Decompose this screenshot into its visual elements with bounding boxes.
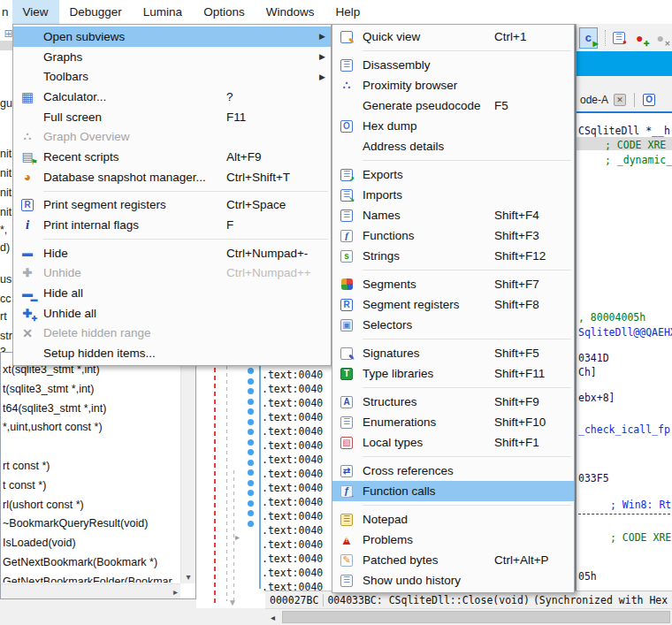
close-icon[interactable]: ✕ <box>614 94 626 106</box>
menu-item-cross-references[interactable]: ⇄Cross references <box>332 461 574 481</box>
menu-debugger[interactable]: Debugger <box>59 0 133 24</box>
function-list-item[interactable]: *,uint,ushort const *) <box>1 418 179 438</box>
function-list-item[interactable]: IsLoaded(void) <box>1 534 179 553</box>
function-list-item[interactable]: GetNextBookmarkFolder(Bookmar <box>1 573 179 583</box>
menu-item-label: Hex dump <box>363 119 494 133</box>
listing-line[interactable]: .text:0040 <box>262 495 323 509</box>
menu-item-function-calls[interactable]: ƒ→Function calls <box>332 481 574 501</box>
vertical-scrollbar[interactable]: ▾ <box>180 353 195 583</box>
menu-item-structures[interactable]: AStructuresShift+F9 <box>332 392 574 412</box>
tab-pseudocode[interactable]: ode-A <box>577 94 614 106</box>
function-list-item[interactable]: t(sqlite3_stmt *,int) <box>1 380 179 400</box>
listing-line[interactable]: .text:0040 <box>262 481 323 495</box>
clipped-text-fragment: cc <box>0 293 11 305</box>
listing-line[interactable]: .text:0040 <box>262 453 323 467</box>
menu-item-selectors[interactable]: ▣Selectors <box>332 315 574 335</box>
listing-line[interactable]: .text:0040 <box>262 382 323 396</box>
listing-line[interactable]: .text:0040 <box>262 523 323 537</box>
menu-item-label: Graphs <box>43 50 226 64</box>
toolbar-button-continue-icon[interactable]: c▶ <box>579 27 598 49</box>
scroll-left-icon[interactable]: ◂ <box>265 613 280 622</box>
menu-item-shortcut: Shift+F1 <box>494 436 560 449</box>
listing-line[interactable]: .text:0040 <box>262 552 323 566</box>
menu-item-proximity-browser[interactable]: ∴Proximity browser <box>332 75 574 95</box>
horizontal-scrollbar[interactable]: ▸ <box>1 583 180 598</box>
menu-item-functions[interactable]: fFunctionsShift+F3 <box>332 225 574 246</box>
scroll-right-icon[interactable]: ▸ <box>173 587 180 597</box>
listing-line[interactable]: .text:0040 <box>262 438 323 453</box>
menu-item-hide-all[interactable]: ▬▬Hide all <box>13 283 331 303</box>
function-list-item[interactable]: t const *) <box>1 476 179 496</box>
toolbar-button-add-breakpoint-icon[interactable]: ●✚ <box>630 27 649 49</box>
menu-item-label: Structures <box>363 395 494 408</box>
status-bar: 000027BC 004033BC: CSqliteDll::Close(voi… <box>265 591 672 608</box>
menu-item-graphs[interactable]: Graphs▶ <box>13 47 331 67</box>
menu-item-strings[interactable]: sStringsShift+F12 <box>332 246 574 266</box>
menu-item-database-snapshot-manager[interactable]: ◕Database snapshot manager...Ctrl+Shift+… <box>13 167 331 187</box>
menu-item-imports[interactable]: ☰↘Imports <box>332 185 574 205</box>
toolbar-button-delete-breakpoint-icon[interactable]: ●✕ <box>652 27 670 49</box>
menu-item-print-internal-flags[interactable]: iPrint internal flagsF <box>13 215 331 235</box>
function-list-item[interactable]: rt const *) <box>1 457 179 476</box>
menu-help[interactable]: Help <box>325 0 370 24</box>
menu-item-segment-registers[interactable]: RSegment registersShift+F8 <box>332 294 574 315</box>
function-list-item[interactable]: ~BookmarkQueryResult(void) <box>1 514 179 534</box>
listing-line[interactable]: .text:0040 <box>262 566 323 580</box>
listing-line[interactable]: .text:0040 <box>262 537 323 552</box>
function-list-item[interactable]: GetNextBookmark(Bookmark *) <box>1 553 179 573</box>
menu-item-quick-view[interactable]: ✎Quick viewCtrl+1 <box>332 27 574 47</box>
listing-line[interactable]: .text:0040 <box>262 368 323 382</box>
menu-item-signatures[interactable]: ✎SignaturesShift+F5 <box>332 343 574 363</box>
menu-item-type-libraries[interactable]: TType librariesShift+F11 <box>332 363 574 384</box>
menu-item-segments[interactable]: SegmentsShift+F7 <box>332 274 574 294</box>
menu-lumina[interactable]: Lumina <box>133 0 193 24</box>
menu-item-unhide-all[interactable]: ✚✚Unhide all <box>13 303 331 324</box>
scroll-down-icon[interactable]: ▾ <box>186 572 190 583</box>
menu-item-shortcut: Ctrl+Numpad+- <box>226 247 317 260</box>
function-list-item[interactable] <box>1 438 179 457</box>
toolbar-button-breakpoint-list-icon[interactable]: ☰● <box>610 27 629 49</box>
menu-item-hide[interactable]: ▬HideCtrl+Numpad+- <box>13 243 331 263</box>
menu-item-setup-hidden-items[interactable]: Setup hidden items... <box>13 343 331 363</box>
menu-item-label: Recent scripts <box>43 150 226 164</box>
menu-item-shortcut: Ctrl+Space <box>226 198 317 211</box>
menu-item-disassembly[interactable]: ☰Disassembly <box>332 55 574 75</box>
menu-view[interactable]: View <box>12 0 59 24</box>
menu-item-local-types[interactable]: ▧Local typesShift+F1 <box>332 432 574 453</box>
listing-horizontal-scrollbar[interactable]: ◂ <box>265 608 672 625</box>
menu-item-problems[interactable]: ▲!Problems <box>332 530 574 550</box>
menu-item-full-screen[interactable]: Full screenF11 <box>13 107 331 127</box>
menu-item-hex-dump[interactable]: OHex dump <box>332 116 574 136</box>
listing-line[interactable]: .text:0040 <box>262 509 323 523</box>
menu-windows[interactable]: Windows <box>256 0 325 24</box>
menu-item-delete-hidden-range[interactable]: ✕Delete hidden range <box>13 324 331 344</box>
menu-item-generate-pseudocode[interactable]: Generate pseudocodeF5 <box>332 95 574 116</box>
menu-item-label: Generate pseudocode <box>363 99 494 112</box>
listing-line[interactable]: .text:0040 <box>262 467 323 481</box>
listing-line[interactable]: .text:0040 <box>262 424 323 438</box>
function-list-item[interactable]: t64(sqlite3_stmt *,int) <box>1 400 179 419</box>
menu-item-patched-bytes[interactable]: ✎Patched bytesCtrl+Alt+P <box>332 550 574 570</box>
menu-item-print-segment-registers[interactable]: RPrint segment registersCtrl+Space <box>13 195 331 216</box>
menu-item-enumerations[interactable]: ☰EnumerationsShift+F10 <box>332 412 574 432</box>
tab-hex-view[interactable]: O <box>643 94 655 106</box>
menu-options[interactable]: Options <box>193 0 256 24</box>
function-list-item[interactable]: rl(ushort const *) <box>1 496 179 515</box>
menu-item-names[interactable]: ☰NamesShift+F4 <box>332 205 574 225</box>
menu-item-exports[interactable]: ☰↗Exports <box>332 164 574 185</box>
menu-item-unhide[interactable]: ✚UnhideCtrl+Numpad++ <box>13 263 331 284</box>
scrollbar-thumb[interactable] <box>282 611 670 623</box>
menu-item-address-details[interactable]: Address details <box>332 136 574 156</box>
menu-item-notepad[interactable]: ☰Notepad <box>332 509 574 530</box>
listing-line[interactable]: .text:0040 <box>262 410 323 424</box>
menu-item-calculator[interactable]: ▦Calculator...? <box>13 87 331 107</box>
menu-item-graph-overview[interactable]: ∴Graph Overview <box>13 126 331 147</box>
menu-item-toolbars[interactable]: Toolbars▶ <box>13 66 331 87</box>
add-breakpoint-icon: ●✚ <box>632 31 647 45</box>
listing-line[interactable]: .text:0040 <box>262 396 323 410</box>
menubar: n ViewDebuggerLuminaOptionsWindowsHelp <box>0 0 672 24</box>
tab-divider <box>634 93 635 107</box>
menu-item-recent-scripts[interactable]: ▤⚑Recent scriptsAlt+F9 <box>13 147 331 167</box>
menu-item-show-undo-history[interactable]: ☰Show undo history <box>332 570 574 591</box>
menu-item-open-subviews[interactable]: Open subviews▶ <box>13 27 331 47</box>
